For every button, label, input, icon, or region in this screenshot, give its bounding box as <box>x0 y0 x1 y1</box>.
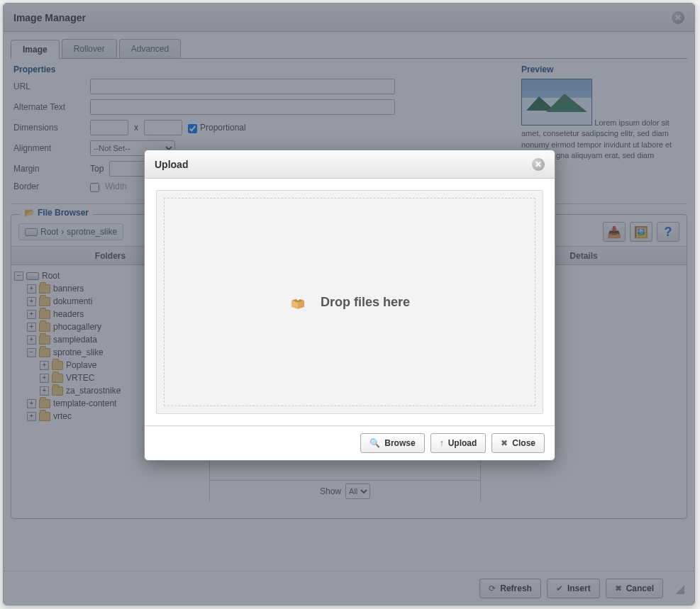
upload-footer: 🔍 Browse ↑ Upload ✖ Close <box>145 425 555 460</box>
close-x-icon: ✖ <box>501 438 508 448</box>
upload-button[interactable]: ↑ Upload <box>430 433 487 453</box>
browse-button[interactable]: 🔍 Browse <box>360 433 424 453</box>
search-icon: 🔍 <box>370 438 380 448</box>
close-label: Close <box>512 438 535 448</box>
dropzone[interactable]: Drop files here <box>156 190 543 414</box>
arrow-up-icon: ↑ <box>440 438 444 448</box>
upload-close-icon[interactable]: ✕ <box>532 158 545 171</box>
close-button[interactable]: ✖ Close <box>491 433 545 453</box>
image-manager-dialog: Image Manager ✕ Image Rollover Advanced … <box>3 3 695 605</box>
upload-title: Upload <box>155 150 188 179</box>
browse-label: Browse <box>384 438 415 448</box>
dropzone-inner: Drop files here <box>164 198 535 406</box>
dropzone-text: Drop files here <box>321 295 410 310</box>
upload-label: Upload <box>448 438 477 448</box>
upload-dialog: Upload ✕ Drop files here 🔍 Browse ↑ Uplo… <box>144 150 555 461</box>
upload-body: Drop files here <box>145 179 555 425</box>
box-open-icon <box>289 295 306 309</box>
upload-header: Upload ✕ <box>145 150 555 179</box>
